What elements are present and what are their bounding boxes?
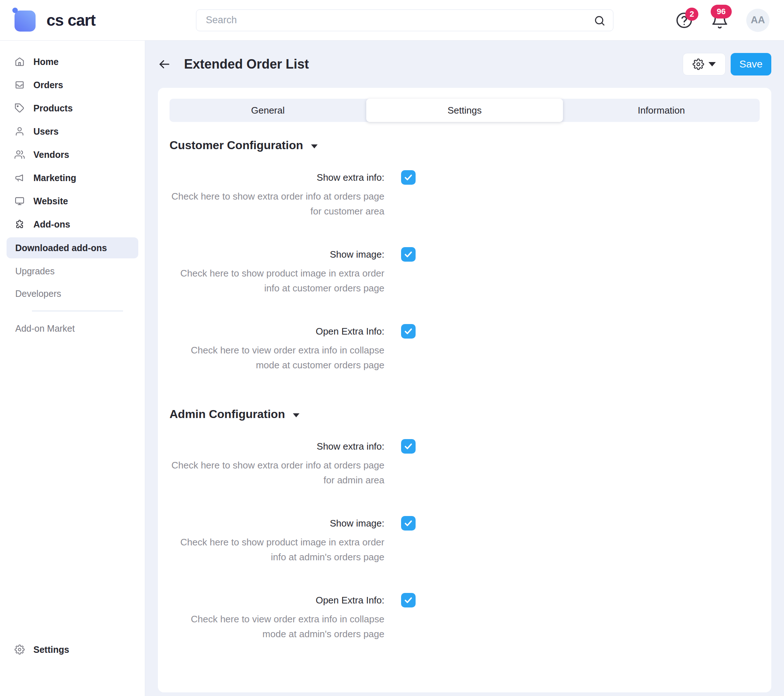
chevron-down-icon bbox=[293, 413, 300, 417]
setting-label: Show extra info: bbox=[170, 170, 384, 185]
setting-text: Open Extra Info: Check here to view orde… bbox=[170, 324, 384, 373]
arrow-left-icon bbox=[158, 58, 171, 71]
sidebar-item-developers[interactable]: Developers bbox=[0, 282, 145, 305]
checkbox-customer-show-image[interactable] bbox=[401, 247, 416, 262]
setting-hint: Check here to show extra order info at o… bbox=[170, 189, 384, 219]
page-title: Extended Order List bbox=[184, 57, 309, 72]
check-icon bbox=[404, 442, 413, 451]
sidebar-item-label: Products bbox=[33, 103, 72, 114]
products-icon bbox=[15, 103, 25, 113]
sidebar-item-website[interactable]: Website bbox=[0, 189, 145, 213]
sidebar-item-addon-market[interactable]: Add-on Market bbox=[0, 317, 145, 340]
logo-square bbox=[15, 10, 36, 31]
setting-hint: Check here to show extra order info at o… bbox=[170, 458, 384, 488]
notifications-badge: 96 bbox=[711, 5, 732, 18]
sidebar-item-addons[interactable]: Add-ons bbox=[0, 213, 145, 236]
setting-text: Show image: Check here to show product i… bbox=[170, 516, 384, 564]
vendors-icon bbox=[15, 150, 25, 160]
sidebar-item-label: Orders bbox=[33, 80, 63, 90]
home-icon bbox=[15, 57, 25, 67]
search-input[interactable] bbox=[196, 10, 613, 31]
setting-text: Open Extra Info: Check here to view orde… bbox=[170, 593, 384, 642]
sidebar-subitem-label: Upgrades bbox=[15, 266, 54, 276]
sidebar-item-users[interactable]: Users bbox=[0, 120, 145, 143]
setting-row-admin-open-extra-info: Open Extra Info: Check here to view orde… bbox=[170, 593, 760, 642]
search-icon[interactable] bbox=[594, 15, 605, 26]
checkbox-customer-open-extra-info[interactable] bbox=[401, 324, 416, 339]
checkbox-admin-show-image[interactable] bbox=[401, 516, 416, 530]
setting-label: Open Extra Info: bbox=[170, 593, 384, 607]
sidebar-item-downloaded-addons[interactable]: Downloaded add-ons bbox=[7, 237, 138, 258]
tab-information[interactable]: Information bbox=[563, 99, 760, 122]
sidebar-item-home[interactable]: Home bbox=[0, 50, 145, 73]
gear-icon bbox=[15, 645, 25, 655]
settings-dropdown-button[interactable] bbox=[683, 53, 726, 76]
sidebar-item-marketing[interactable]: Marketing bbox=[0, 166, 145, 189]
avatar-initials: AA bbox=[751, 15, 765, 26]
sidebar-item-label: Add-ons bbox=[33, 219, 70, 230]
orders-icon bbox=[15, 80, 25, 90]
help-badge: 2 bbox=[685, 8, 698, 21]
check-icon bbox=[404, 250, 413, 259]
sidebar-subitem-label: Developers bbox=[15, 288, 61, 299]
addons-icon bbox=[15, 219, 25, 229]
checkbox-customer-show-extra-info[interactable] bbox=[401, 170, 416, 185]
check-icon bbox=[404, 327, 413, 336]
section-admin-configuration[interactable]: Admin Configuration bbox=[170, 408, 760, 421]
sidebar-item-products[interactable]: Products bbox=[0, 97, 145, 120]
avatar[interactable]: AA bbox=[746, 9, 769, 32]
back-button[interactable] bbox=[158, 58, 171, 71]
cs-cart-logo-icon bbox=[15, 9, 37, 31]
setting-hint: Check here to view order extra info in c… bbox=[170, 612, 384, 642]
checkbox-admin-open-extra-info[interactable] bbox=[401, 593, 416, 607]
setting-text: Show image: Check here to show product i… bbox=[170, 247, 384, 296]
chevron-down-icon bbox=[311, 145, 318, 148]
sidebar-item-label: Vendors bbox=[33, 150, 69, 160]
sidebar-item-label: Marketing bbox=[33, 173, 76, 183]
website-icon bbox=[15, 196, 25, 206]
cs-cart-logo[interactable]: cs cart bbox=[15, 9, 181, 31]
section-customer-configuration[interactable]: Customer Configuration bbox=[170, 138, 760, 152]
sidebar-item-upgrades[interactable]: Upgrades bbox=[0, 260, 145, 282]
setting-row-admin-show-extra-info: Show extra info: Check here to show extr… bbox=[170, 439, 760, 488]
section-title: Admin Configuration bbox=[170, 408, 285, 421]
setting-hint: Check here to show product image in extr… bbox=[170, 266, 384, 296]
setting-text: Show extra info: Check here to show extr… bbox=[170, 439, 384, 488]
logo-dot bbox=[12, 8, 18, 13]
setting-label: Show image: bbox=[170, 516, 384, 530]
tab-settings[interactable]: Settings bbox=[366, 99, 563, 122]
sidebar-item-label: Website bbox=[33, 196, 68, 206]
chevron-down-icon bbox=[708, 62, 716, 66]
header-actions: 2 96 AA bbox=[675, 9, 769, 32]
sidebar: Home Orders Products Users bbox=[0, 41, 145, 696]
gear-icon bbox=[693, 58, 704, 70]
sidebar-divider bbox=[32, 311, 123, 311]
top-header: cs cart 2 96 AA bbox=[0, 0, 784, 41]
check-icon bbox=[404, 518, 413, 528]
sidebar-subitem-label: Downloaded add-ons bbox=[15, 243, 107, 253]
notifications-button[interactable]: 96 bbox=[711, 11, 729, 30]
check-icon bbox=[404, 173, 413, 182]
section-title: Customer Configuration bbox=[170, 138, 303, 152]
setting-hint: Check here to view order extra info in c… bbox=[170, 343, 384, 373]
tab-general[interactable]: General bbox=[170, 99, 366, 122]
page-titlebar: Extended Order List Save bbox=[158, 41, 771, 88]
check-icon bbox=[404, 596, 413, 605]
setting-label: Show extra info: bbox=[170, 439, 384, 454]
users-icon bbox=[15, 126, 25, 137]
content-card: General Settings Information Customer Co… bbox=[158, 88, 771, 693]
save-button[interactable]: Save bbox=[731, 53, 771, 76]
sidebar-item-label: Home bbox=[33, 57, 58, 67]
tab-bar: General Settings Information bbox=[170, 99, 760, 122]
setting-row-customer-open-extra-info: Open Extra Info: Check here to view orde… bbox=[170, 324, 760, 373]
sidebar-item-label: Users bbox=[33, 126, 59, 137]
setting-text: Show extra info: Check here to show extr… bbox=[170, 170, 384, 219]
setting-label: Show image: bbox=[170, 247, 384, 262]
setting-row-customer-show-image: Show image: Check here to show product i… bbox=[170, 247, 760, 296]
setting-label: Open Extra Info: bbox=[170, 324, 384, 339]
help-button[interactable]: 2 bbox=[675, 11, 693, 30]
sidebar-item-settings[interactable]: Settings bbox=[0, 638, 145, 661]
sidebar-item-orders[interactable]: Orders bbox=[0, 73, 145, 97]
sidebar-item-vendors[interactable]: Vendors bbox=[0, 143, 145, 166]
checkbox-admin-show-extra-info[interactable] bbox=[401, 439, 416, 454]
